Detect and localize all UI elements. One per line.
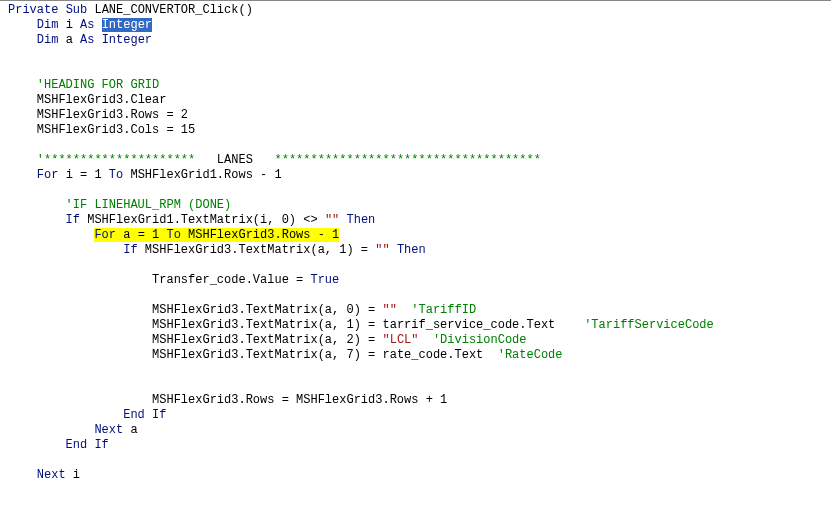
kw-for: For [37, 168, 59, 182]
selection: Integer [102, 18, 152, 32]
kw-to: To [109, 168, 123, 182]
kw-private: Private [8, 3, 58, 17]
kw-dim: Dim [37, 18, 59, 32]
code-content: Private Sub LANE_CONVERTOR_Click() Dim i… [0, 1, 831, 483]
kw-next: Next [94, 423, 123, 437]
kw-end: End [123, 408, 145, 422]
code-editor[interactable]: Private Sub LANE_CONVERTOR_Click() Dim i… [0, 0, 831, 527]
kw-sub: Sub [66, 3, 88, 17]
kw-true: True [310, 273, 339, 287]
kw-as: As [80, 18, 94, 32]
highlighted-line: For a = 1 To MSHFlexGrid3.Rows - 1 [94, 228, 339, 242]
comment: 'HEADING FOR GRID [37, 78, 159, 92]
comment: 'IF LINEHAUL_RPM (DONE) [66, 198, 232, 212]
kw-then: Then [346, 213, 375, 227]
sub-name: LANE_CONVERTOR_Click [94, 3, 238, 17]
kw-if: If [66, 213, 80, 227]
